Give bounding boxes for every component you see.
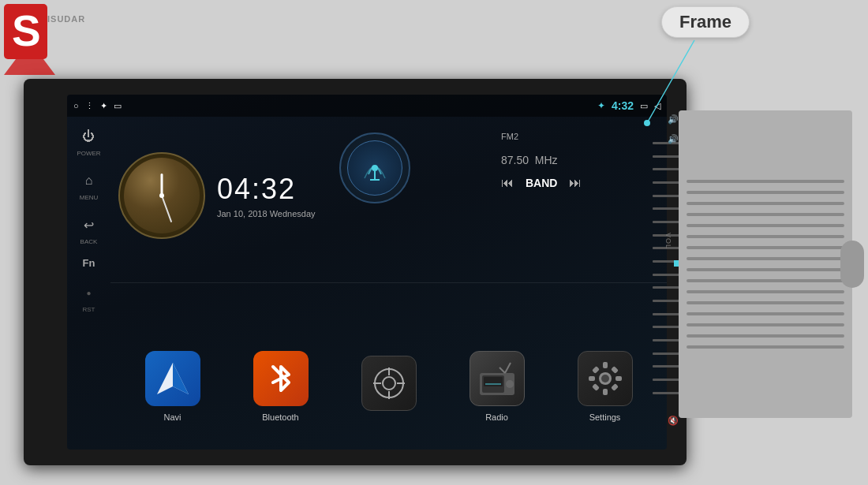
svg-rect-26 [603, 389, 608, 395]
bracket-line [687, 345, 844, 349]
left-sidebar: ⏻ POWER ⌂ MENU ↩ BACK Fn ● RST [67, 117, 110, 448]
svg-line-22 [499, 367, 505, 373]
bracket-line [687, 312, 844, 315]
bracket-line [687, 290, 844, 293]
power-icon: ⏻ [77, 125, 100, 148]
navi-label: Navi [163, 412, 181, 422]
vol-tick [653, 365, 680, 367]
svg-rect-32 [611, 383, 619, 391]
volume-ticks [653, 142, 680, 394]
bracket-line [687, 334, 844, 338]
vol-tick [653, 379, 680, 381]
main-content: 04:32 Jan 10, 2018 Wednesday [110, 117, 667, 450]
radio-label: Radio [485, 412, 508, 422]
radio-button[interactable] [339, 132, 410, 203]
svg-rect-29 [592, 366, 600, 374]
bracket-line [687, 257, 844, 260]
fm-frequency-display: 87.50 MHz [501, 144, 659, 170]
svg-point-24 [601, 375, 609, 382]
vol-tick [653, 168, 680, 170]
back-button[interactable]: ↩ BACK [77, 213, 101, 245]
broadcast-icon [359, 152, 391, 184]
bracket-line [687, 180, 844, 183]
frame-label-container: Frame [661, 6, 750, 38]
back-icon: ↩ [77, 213, 101, 237]
brand-watermark: S ISUDAR [0, 0, 126, 103]
rst-button[interactable]: ● RST [77, 281, 101, 313]
bluetooth-status-icon: ✦ [597, 100, 605, 111]
vol-tick [653, 181, 680, 184]
radio-icon [470, 351, 525, 406]
vol-tick [653, 274, 680, 276]
rst-dot-icon: ● [77, 281, 101, 304]
app-radio[interactable]: Radio [470, 351, 525, 422]
rst-label: RST [83, 306, 95, 313]
bracket-line [687, 235, 844, 238]
fm-freq-value: 87.50 [501, 154, 529, 166]
radio-inner [347, 140, 402, 196]
fm-next-button[interactable]: ⏭ [569, 176, 582, 190]
bracket-line [687, 191, 844, 194]
app-settings[interactable]: Settings [578, 351, 633, 422]
fm-band-controls: ⏮ BAND ⏭ [501, 176, 659, 190]
gear-icon [586, 359, 625, 398]
clock-center-dot [159, 193, 164, 198]
svg-rect-25 [603, 362, 608, 368]
content-divider [110, 282, 667, 283]
bracket-line [687, 246, 844, 249]
fn-label: Fn [83, 257, 95, 269]
vol-tick [653, 300, 680, 302]
fm-band-label: BAND [526, 177, 557, 189]
radio-device-icon [477, 361, 517, 397]
bluetooth-symbol-icon [265, 359, 297, 398]
fm-prev-button[interactable]: ⏮ [501, 176, 514, 190]
crosshair-icon [369, 364, 409, 403]
vol-tick [653, 286, 680, 289]
bracket-line [687, 224, 844, 227]
svg-line-21 [505, 363, 511, 373]
frame-pointer-line [639, 36, 797, 131]
svg-marker-2 [4, 59, 55, 75]
car-unit: ○ ⋮ ✦ ▭ ✦ 4:32 ▭ ◁ ⏻ POWER [24, 79, 852, 465]
vol-tick [653, 339, 680, 341]
menu-button[interactable]: ⌂ MENU [77, 169, 101, 201]
svg-rect-19 [484, 377, 503, 386]
power-button[interactable]: ⏻ POWER [77, 125, 100, 157]
volume-label-bottom: 🔇 [668, 416, 679, 426]
bracket-line [687, 268, 844, 271]
fm-unit: MHz [535, 154, 558, 166]
fn-button[interactable]: Fn [83, 257, 95, 269]
vol-tick [653, 207, 680, 210]
function-icon [361, 356, 417, 411]
svg-marker-9 [173, 363, 189, 394]
bracket-line [687, 213, 844, 216]
digital-date: Jan 10, 2018 Wednesday [217, 209, 316, 218]
svg-rect-28 [615, 376, 622, 381]
vol-tick [653, 313, 680, 315]
analog-clock [118, 152, 205, 239]
navigation-icon [153, 359, 193, 398]
frame-label: Frame [661, 6, 750, 38]
fm-band: FM2 [501, 132, 518, 141]
bracket-knob [840, 241, 864, 288]
bluetooth-label: Bluetooth [262, 412, 298, 422]
svg-point-18 [506, 380, 514, 388]
side-bracket [679, 110, 852, 418]
app-navi[interactable]: Navi [145, 351, 200, 422]
bluetooth-icon [253, 351, 309, 406]
settings-label: Settings [589, 412, 621, 422]
app-bluetooth[interactable]: Bluetooth [253, 351, 309, 422]
svg-rect-31 [592, 383, 600, 391]
back-label: BACK [80, 238, 98, 245]
svg-line-3 [647, 40, 694, 123]
volume-label-top: 🔊 [668, 134, 679, 144]
svg-rect-30 [611, 366, 619, 374]
vol-tick [653, 221, 680, 223]
clock-section: 04:32 Jan 10, 2018 Wednesday [118, 129, 347, 263]
status-bar: ○ ⋮ ✦ ▭ ✦ 4:32 ▭ ◁ [67, 95, 667, 117]
vol-tick [653, 392, 680, 394]
settings-icon-container [578, 351, 633, 406]
app-function[interactable] [361, 356, 417, 417]
bracket-line [687, 279, 844, 282]
bracket-line [687, 323, 844, 326]
